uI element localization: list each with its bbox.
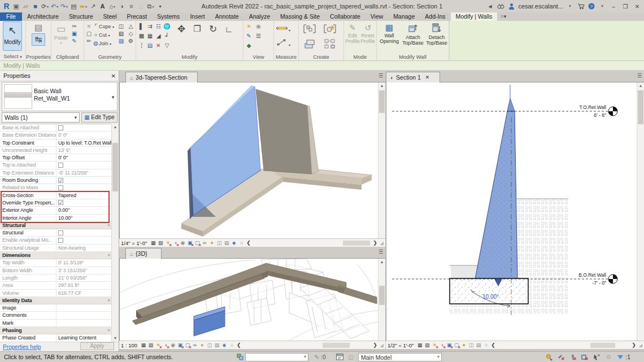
scale-icon[interactable]: ◢ [155, 32, 162, 40]
analytical-model-icon[interactable]: ◈ [230, 239, 237, 246]
sync-icon[interactable]: ⟳▾ [41, 2, 49, 11]
ribbon-tab-view[interactable]: View [365, 12, 389, 21]
paint-icon[interactable]: ✏ [85, 37, 93, 45]
property-value[interactable] [56, 162, 112, 168]
align2-icon[interactable]: ▤ [146, 42, 154, 49]
ribbon-tab-collaborate[interactable]: Collaborate [325, 12, 365, 21]
cart-icon[interactable] [577, 2, 585, 11]
ribbon-tab-massing-site[interactable]: Massing & Site [275, 12, 325, 21]
sun-path-off-icon[interactable]: ☀ [431, 342, 438, 348]
property-value[interactable] [56, 237, 112, 243]
move-icon[interactable]: ✥ [175, 22, 188, 36]
tab-list-icon3[interactable]: ☰ [637, 73, 642, 78]
property-value[interactable]: ✓ [56, 199, 112, 206]
linework-icon[interactable]: ☰ [255, 32, 262, 40]
temporary-view-icon[interactable]: ◫ [468, 342, 475, 348]
hscroll-left2[interactable]: ❮ [236, 342, 242, 348]
ribbon-tab-modify-walls[interactable]: Modify | Walls [451, 12, 498, 21]
property-value[interactable] [56, 304, 112, 311]
inactive-tool-icon[interactable]: □ [137, 2, 145, 11]
viewport-3d-tapered[interactable]: ▲ [119, 82, 385, 238]
detail-level-icon[interactable]: ▦ [150, 239, 156, 246]
undo-icon[interactable]: ↶▾ [50, 2, 59, 11]
app-window-icon[interactable]: ▣ [12, 2, 20, 11]
worksharing-display-icon[interactable]: ▤ [475, 342, 482, 348]
show-crop-off-icon[interactable]: ▢ [194, 239, 201, 246]
wall-joins-icon[interactable]: ◫ [118, 23, 125, 30]
type-selector-caret[interactable]: ▾ [109, 82, 117, 111]
hscroll-right2[interactable]: ❯ [372, 342, 378, 348]
measure-ruler-icon[interactable] [275, 25, 289, 32]
property-value[interactable]: 619.77 CF [56, 290, 112, 296]
restore-button[interactable]: ❐ [621, 3, 630, 10]
edit-profile-icon[interactable]: ✎ [346, 22, 359, 33]
property-value[interactable]: Tapered [56, 192, 112, 199]
resize-grip2[interactable]: ◢ [379, 343, 384, 348]
properties-help-link[interactable]: Properties help [3, 344, 41, 350]
property-value[interactable]: 0' 0" [56, 132, 112, 138]
measure2-icon[interactable]: ▽ [163, 42, 171, 49]
design-options-dialog-icon[interactable] [336, 353, 343, 361]
property-value[interactable] [56, 229, 112, 236]
property-value[interactable]: Up to level: T.O.Ret Wall [56, 139, 112, 146]
resize-grip3[interactable]: ◢ [638, 343, 642, 348]
property-value[interactable]: -5' 11 21/256" [56, 169, 112, 176]
temporary-hide-icon[interactable]: ∞ [201, 239, 208, 246]
text-note-icon[interactable]: A [98, 2, 107, 11]
split-elem-icon[interactable]: ╎ [138, 42, 145, 49]
view-tab-3d-tapered-section[interactable]: ⌂ 3d-Tapered-Section [125, 72, 198, 82]
properties-scrollbar[interactable]: ▲▼ [111, 124, 119, 342]
design-options-icon[interactable]: ◫ [347, 353, 355, 361]
ribbon-tab-systems[interactable]: Systems [152, 12, 185, 21]
viewport-3d[interactable]: ▲ [119, 259, 385, 341]
property-value[interactable]: 10.00° [56, 215, 112, 221]
link-select-toggle-icon[interactable]: ✕ [557, 353, 565, 361]
match-type-icon[interactable]: ✎ [71, 37, 78, 45]
offset-icon[interactable]: ⇉ [146, 23, 154, 30]
property-value[interactable]: 0' 11 3/128" [56, 259, 112, 266]
filter-icon[interactable] [616, 353, 624, 361]
property-value[interactable]: 297.81 ft² [56, 282, 112, 289]
visual-style-icon[interactable]: ▧ [424, 342, 430, 348]
demolish-icon[interactable]: △ [127, 23, 134, 30]
property-checkbox[interactable] [58, 230, 63, 235]
hscroll-left3[interactable]: ❮ [490, 342, 497, 348]
property-checkbox[interactable]: ✓ [58, 178, 63, 183]
property-checkbox[interactable] [58, 125, 63, 130]
hscroll-left[interactable]: ❮ [245, 240, 252, 246]
rotate-icon[interactable]: ↻ [206, 22, 220, 36]
measure-icon[interactable]: ⬌▾ [79, 2, 88, 11]
apply-button[interactable]: Apply [80, 342, 114, 350]
reveal-hidden-icon[interactable]: ● [199, 342, 206, 348]
tab-list-icon2[interactable]: ☰ [378, 249, 383, 255]
property-checkbox[interactable] [58, 163, 63, 168]
minimize-button[interactable]: – [609, 3, 618, 10]
property-value[interactable]: ✓ [56, 177, 112, 184]
section-header-identity-data[interactable]: Identity Data» [0, 297, 112, 304]
property-value[interactable]: Non-bearing [56, 245, 112, 251]
align-icon[interactable]: ▌ [138, 23, 145, 30]
search-icon[interactable] [497, 2, 505, 11]
create-assembly-icon[interactable] [301, 37, 318, 51]
sun-path-off-icon[interactable]: ☀ [155, 342, 162, 348]
ribbon-tab-architecture[interactable]: Architecture [22, 12, 64, 21]
tab-list-icon[interactable]: ☰ [378, 73, 383, 78]
show-crop-off-icon[interactable]: ▢ [184, 342, 191, 348]
show-rendering-icon[interactable]: ◉ [179, 239, 186, 246]
array-icon[interactable]: ▦ [146, 32, 154, 40]
ribbon-tab-add-ins[interactable]: Add-Ins [420, 12, 450, 21]
design-option-combobox[interactable]: Main Model▾ [358, 353, 442, 361]
select-by-face-icon[interactable] [593, 353, 601, 361]
shadows-off-icon[interactable]: ◑ [162, 342, 169, 348]
close-button[interactable]: ✕ [633, 3, 642, 10]
trim-corner-icon[interactable]: ∟ [222, 22, 236, 36]
create-group-icon[interactable] [301, 22, 318, 36]
ribbon-tab-insert[interactable]: Insert [185, 12, 210, 21]
detail-level-icon[interactable]: ▦ [140, 342, 147, 348]
ribbon-tab-steel[interactable]: Steel [98, 12, 122, 21]
ribbon-display-toggle[interactable]: ○▾ [497, 12, 506, 21]
user-name[interactable]: cesar.escalant... [519, 3, 564, 10]
view-tab-section-1[interactable]: ◐ Section 1 ✕ [386, 72, 440, 82]
lightbulb-icon[interactable]: ☀ [245, 23, 253, 30]
print-icon[interactable]: ▤ [69, 2, 78, 11]
